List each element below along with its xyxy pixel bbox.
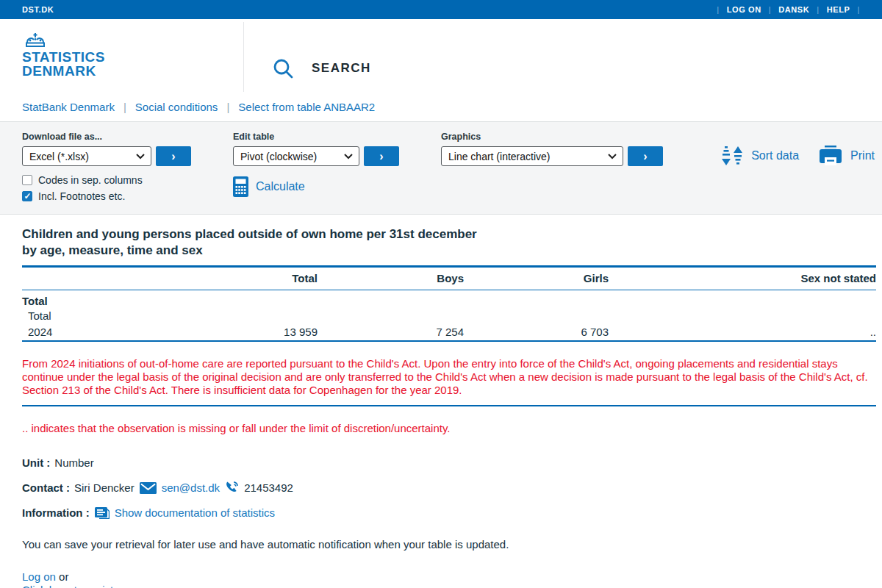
separator: | — [717, 5, 719, 14]
top-bar: DST.DK | LOG ON | DANSK | HELP | — [0, 0, 882, 19]
logon-block: Log on or Click here to register — [22, 570, 876, 588]
unit-value: Number — [54, 456, 93, 469]
dst-dk-link[interactable]: DST.DK — [22, 5, 54, 14]
toolbar-right-actions: Sort data Print — [720, 144, 875, 168]
separator: | — [123, 101, 126, 113]
breadcrumb: StatBank Denmark | Social conditions | S… — [0, 92, 882, 121]
footnote-rule — [22, 405, 876, 406]
edit-table-select[interactable]: Pivot (clockwise) — [233, 146, 359, 166]
meta-section: Unit : Number Contact : Siri Dencker sen… — [22, 456, 876, 520]
separator: | — [769, 5, 771, 14]
edit-table-section: Edit table Pivot (clockwise) › Calculate — [233, 132, 399, 197]
page-header: STATISTICS DENMARK SEARCH — [0, 19, 882, 92]
unit-row: Unit : Number — [22, 456, 876, 470]
calculate-action[interactable]: Calculate — [233, 176, 399, 197]
footnote-text: From 2024 initiations of out-of-home car… — [22, 357, 876, 397]
download-section: Download file as... Excel (*.xlsx) › Cod… — [22, 132, 191, 202]
table-title-line2: by age, measure, time and sex — [22, 243, 876, 259]
chevron-down-icon — [136, 154, 145, 159]
table-row: 2024 13 959 7 254 6 703 .. — [22, 324, 876, 341]
column-header-boys: Boys — [318, 268, 464, 290]
graphics-label: Graphics — [441, 132, 663, 142]
print-label: Print — [850, 149, 875, 162]
cell: 13 959 — [88, 324, 318, 341]
separator: | — [858, 5, 860, 14]
chevron-down-icon — [608, 154, 617, 159]
table-row: Total — [22, 307, 876, 324]
search-control[interactable]: SEARCH — [272, 57, 371, 79]
cell — [88, 307, 318, 324]
chevron-down-icon — [344, 154, 353, 159]
graphics-go-button[interactable]: › — [628, 146, 663, 166]
breadcrumb-statbank[interactable]: StatBank Denmark — [22, 101, 115, 113]
logo-text-line1: STATISTICS — [22, 50, 105, 64]
codes-checkbox[interactable] — [22, 175, 32, 185]
statistics-denmark-logo[interactable]: STATISTICS DENMARK — [22, 30, 105, 78]
codes-checkbox-row: Codes in sep. columns — [22, 174, 191, 186]
cell — [609, 307, 876, 324]
column-header-stub — [22, 268, 88, 290]
contact-email-link[interactable]: sen@dst.dk — [162, 481, 220, 494]
footnotes-checkbox-row: Incl. Footnotes etc. — [22, 190, 191, 202]
footnotes-checkbox-label: Incl. Footnotes etc. — [38, 190, 125, 202]
edit-table-label: Edit table — [233, 132, 399, 142]
row-label: Total — [22, 290, 88, 307]
row-label: Total — [22, 307, 88, 324]
information-label: Information : — [22, 506, 90, 519]
download-go-button[interactable]: › — [156, 146, 191, 166]
footnotes-checkbox[interactable] — [22, 191, 32, 201]
contact-row: Contact : Siri Dencker sen@dst.dk 214534… — [22, 481, 876, 495]
contact-label: Contact : — [22, 481, 70, 494]
graphics-value: Line chart (interactive) — [448, 151, 551, 162]
topbar-links: | LOG ON | DANSK | HELP | — [709, 5, 860, 14]
sort-data-icon — [720, 145, 744, 167]
download-label: Download file as... — [22, 132, 191, 142]
sort-data-action[interactable]: Sort data — [720, 145, 799, 167]
log-on-bottom-link[interactable]: Log on — [22, 570, 56, 583]
log-on-link[interactable]: LOG ON — [727, 5, 761, 14]
codes-checkbox-label: Codes in sep. columns — [38, 174, 143, 186]
column-header-total: Total — [88, 268, 318, 290]
breadcrumb-social-conditions[interactable]: Social conditions — [135, 101, 218, 113]
statistics-table: Total Boys Girls Sex not stated Total To… — [22, 268, 876, 342]
header-divider — [243, 22, 244, 92]
table-header-row: Total Boys Girls Sex not stated — [22, 268, 876, 290]
print-action[interactable]: Print — [818, 144, 875, 168]
print-icon — [818, 144, 843, 168]
edit-table-value: Pivot (clockwise) — [240, 151, 317, 162]
graphics-select[interactable]: Line chart (interactive) — [441, 146, 623, 166]
cell: 7 254 — [318, 324, 464, 341]
save-retrieval-text: You can save your retrieval for later us… — [22, 538, 876, 551]
phone-icon — [225, 481, 239, 495]
logo-text-line2: DENMARK — [22, 64, 105, 78]
register-link[interactable]: Click here to register — [22, 584, 123, 588]
main-content: Children and young persons placed outsid… — [0, 215, 882, 588]
cell — [88, 290, 318, 307]
breadcrumb-select-table[interactable]: Select from table ANBAAR2 — [238, 101, 375, 113]
download-format-value: Excel (*.xlsx) — [29, 151, 89, 162]
sort-data-label: Sort data — [751, 149, 799, 162]
graphics-section: Graphics Line chart (interactive) › — [441, 132, 663, 166]
edit-table-go-button[interactable]: › — [364, 146, 399, 166]
table-row: Total — [22, 290, 876, 307]
cell — [318, 290, 464, 307]
column-header-girls: Girls — [464, 268, 609, 290]
help-link[interactable]: HELP — [827, 5, 850, 14]
page-title: Children and young persons placed outsid… — [22, 226, 876, 259]
dansk-link[interactable]: DANSK — [778, 5, 809, 14]
missing-data-note: .. indicates that the observation is mis… — [22, 422, 876, 434]
contact-name: Siri Dencker — [74, 481, 135, 494]
contact-phone: 21453492 — [244, 481, 293, 494]
separator: | — [817, 5, 819, 14]
download-format-select[interactable]: Excel (*.xlsx) — [22, 146, 151, 166]
information-row: Information : Show documentation of stat… — [22, 506, 876, 520]
table-title-line1: Children and young persons placed outsid… — [22, 226, 876, 243]
cell: .. — [609, 324, 876, 341]
search-label: SEARCH — [312, 61, 371, 76]
unit-label: Unit : — [22, 456, 50, 469]
or-text: or — [59, 570, 68, 583]
show-documentation-link[interactable]: Show documentation of statistics — [115, 506, 275, 519]
calculate-label: Calculate — [256, 180, 305, 193]
row-label: 2024 — [22, 324, 88, 341]
calculator-icon — [233, 176, 248, 197]
